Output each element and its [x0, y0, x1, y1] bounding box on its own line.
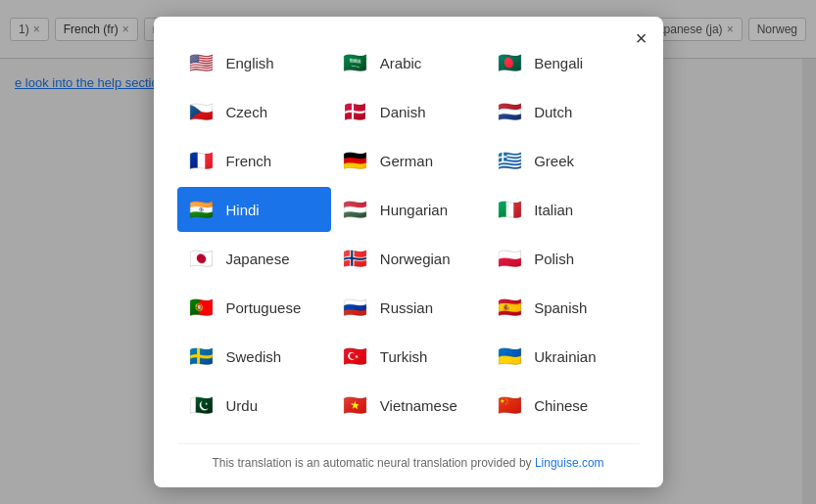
- flag-chinese: 🇨🇳: [495, 390, 524, 420]
- flag-turkish: 🇹🇷: [341, 342, 370, 371]
- lang-label-hindi: Hindi: [226, 202, 260, 218]
- flag-english: 🇺🇸: [187, 48, 216, 77]
- lang-label-italian: Italian: [534, 202, 573, 218]
- flag-italian: 🇮🇹: [495, 195, 524, 224]
- lang-item-italian[interactable]: 🇮🇹Italian: [485, 187, 639, 232]
- lang-label-polish: Polish: [534, 251, 574, 267]
- footer-link[interactable]: Linguise.com: [535, 456, 604, 470]
- flag-vietnamese: 🇻🇳: [341, 390, 370, 420]
- language-grid: 🇺🇸English🇸🇦Arabic🇧🇩Bengali🇨🇿Czech🇩🇰Danis…: [177, 40, 640, 428]
- flag-portuguese: 🇵🇹: [187, 293, 216, 322]
- flag-danish: 🇩🇰: [341, 97, 370, 126]
- flag-norwegian: 🇳🇴: [341, 244, 370, 273]
- lang-label-french: French: [226, 153, 272, 169]
- lang-item-dutch[interactable]: 🇳🇱Dutch: [485, 89, 639, 134]
- modal-overlay: × 🇺🇸English🇸🇦Arabic🇧🇩Bengali🇨🇿Czech🇩🇰Dan…: [0, 0, 816, 504]
- footer-text: This translation is an automatic neural …: [212, 456, 535, 470]
- lang-item-japanese[interactable]: 🇯🇵Japanese: [177, 236, 331, 281]
- flag-dutch: 🇳🇱: [495, 97, 524, 126]
- flag-ukrainian: 🇺🇦: [495, 342, 524, 371]
- flag-greek: 🇬🇷: [495, 146, 524, 175]
- lang-label-german: German: [380, 153, 433, 169]
- flag-japanese: 🇯🇵: [187, 244, 216, 273]
- lang-label-urdu: Urdu: [226, 397, 259, 414]
- lang-label-japanese: Japanese: [226, 251, 290, 267]
- lang-item-swedish[interactable]: 🇸🇪Swedish: [177, 334, 331, 379]
- flag-hungarian: 🇭🇺: [341, 195, 370, 224]
- lang-item-turkish[interactable]: 🇹🇷Turkish: [331, 334, 485, 379]
- lang-label-dutch: Dutch: [534, 104, 572, 120]
- lang-item-greek[interactable]: 🇬🇷Greek: [485, 138, 639, 183]
- language-modal: × 🇺🇸English🇸🇦Arabic🇧🇩Bengali🇨🇿Czech🇩🇰Dan…: [154, 17, 663, 487]
- flag-german: 🇩🇪: [341, 146, 370, 175]
- flag-urdu: 🇵🇰: [187, 390, 216, 420]
- flag-hindi: 🇮🇳: [187, 195, 216, 224]
- modal-footer: This translation is an automatic neural …: [177, 443, 640, 470]
- lang-item-spanish[interactable]: 🇪🇸Spanish: [485, 285, 639, 330]
- lang-item-urdu[interactable]: 🇵🇰Urdu: [177, 383, 331, 428]
- flag-bengali: 🇧🇩: [495, 48, 524, 77]
- lang-item-czech[interactable]: 🇨🇿Czech: [177, 89, 331, 134]
- lang-label-swedish: Swedish: [226, 348, 282, 365]
- lang-item-german[interactable]: 🇩🇪German: [331, 138, 485, 183]
- lang-label-turkish: Turkish: [380, 348, 428, 365]
- lang-item-hindi[interactable]: 🇮🇳Hindi: [177, 187, 331, 232]
- lang-label-bengali: Bengali: [534, 55, 583, 71]
- lang-label-ukrainian: Ukrainian: [534, 348, 596, 365]
- lang-label-vietnamese: Vietnamese: [380, 397, 457, 414]
- lang-label-greek: Greek: [534, 153, 574, 169]
- lang-label-hungarian: Hungarian: [380, 202, 448, 218]
- lang-item-english[interactable]: 🇺🇸English: [177, 40, 331, 85]
- lang-item-danish[interactable]: 🇩🇰Danish: [331, 89, 485, 134]
- flag-swedish: 🇸🇪: [187, 342, 216, 371]
- lang-label-russian: Russian: [380, 299, 433, 316]
- flag-arabic: 🇸🇦: [341, 48, 370, 77]
- lang-item-vietnamese[interactable]: 🇻🇳Vietnamese: [331, 383, 485, 428]
- flag-french: 🇫🇷: [187, 146, 216, 175]
- lang-item-bengali[interactable]: 🇧🇩Bengali: [485, 40, 639, 85]
- lang-label-chinese: Chinese: [534, 397, 588, 414]
- lang-label-arabic: Arabic: [380, 55, 422, 71]
- lang-item-portuguese[interactable]: 🇵🇹Portuguese: [177, 285, 331, 330]
- lang-label-czech: Czech: [226, 104, 268, 120]
- lang-label-english: English: [226, 55, 274, 71]
- modal-close-button[interactable]: ×: [636, 28, 648, 48]
- flag-czech: 🇨🇿: [187, 97, 216, 126]
- lang-label-spanish: Spanish: [534, 299, 587, 316]
- lang-item-polish[interactable]: 🇵🇱Polish: [485, 236, 639, 281]
- lang-item-norwegian[interactable]: 🇳🇴Norwegian: [331, 236, 485, 281]
- lang-item-arabic[interactable]: 🇸🇦Arabic: [331, 40, 485, 85]
- lang-label-danish: Danish: [380, 104, 426, 120]
- lang-item-hungarian[interactable]: 🇭🇺Hungarian: [331, 187, 485, 232]
- flag-spanish: 🇪🇸: [495, 293, 524, 322]
- lang-item-russian[interactable]: 🇷🇺Russian: [331, 285, 485, 330]
- flag-polish: 🇵🇱: [495, 244, 524, 273]
- flag-russian: 🇷🇺: [341, 293, 370, 322]
- lang-label-portuguese: Portuguese: [226, 299, 302, 316]
- lang-item-chinese[interactable]: 🇨🇳Chinese: [485, 383, 639, 428]
- lang-item-french[interactable]: 🇫🇷French: [177, 138, 331, 183]
- lang-item-ukrainian[interactable]: 🇺🇦Ukrainian: [485, 334, 639, 379]
- lang-label-norwegian: Norwegian: [380, 251, 451, 267]
